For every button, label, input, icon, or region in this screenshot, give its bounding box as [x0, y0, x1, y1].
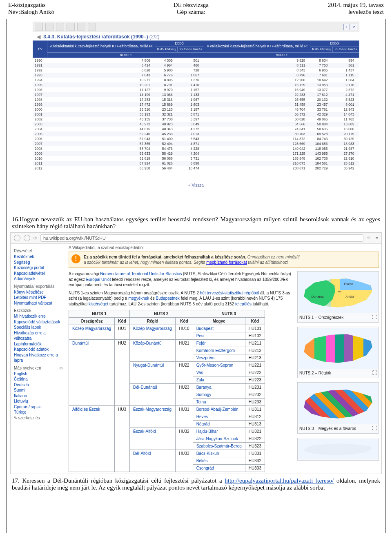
nuts-link[interactable]: Veszprém — [196, 356, 214, 360]
table-row: 199714 19913 0661 13322 28317 8124 471 — [33, 92, 359, 97]
budapest-link[interactable]: Budapestnek — [156, 296, 179, 301]
sidebar-link[interactable]: Lapinformációk — [14, 341, 63, 347]
sidebar-link[interactable]: Suomi — [14, 387, 63, 393]
enlarge-icon[interactable]: ⛶ — [372, 425, 377, 431]
cube-icon[interactable] — [45, 23, 53, 31]
nuts-link[interactable]: Dél-Alföld — [133, 451, 151, 456]
reload-icon[interactable]: ⟳ — [33, 236, 37, 241]
sidebar-link[interactable]: Letöltés mint PDF — [14, 295, 63, 301]
cell-value: 21 987 — [333, 146, 359, 151]
nuts-link[interactable]: Békés — [196, 459, 208, 463]
nuts-link[interactable]: Somogy — [196, 392, 212, 397]
cell-year: 1991 — [33, 63, 47, 68]
nuts-link[interactable]: Csongrád — [196, 466, 214, 470]
nuts-link[interactable]: Győr-Moson-Sopron — [196, 363, 234, 367]
nuts-link[interactable]: Budapest — [196, 326, 214, 331]
nuts-link[interactable]: Jász-Nagykun-Szolnok — [196, 436, 238, 441]
table-row: 199917 47215 8691 60331 45823 4578 001 — [33, 102, 359, 107]
nuts-table: NUTS 1 NUTS 2 NUTS 3 Országrész Kód Régi… — [69, 310, 265, 472]
sidebar-link[interactable]: Speciális lapok — [14, 325, 63, 330]
sidebar-link[interactable]: Közösségi portál — [14, 265, 63, 271]
sidebar-link[interactable]: Čeština — [14, 376, 63, 382]
page-1[interactable]: 1 — [343, 24, 350, 30]
cell-value: 27 270 — [333, 151, 359, 156]
nuts-link[interactable]: Közép-Magyarország — [72, 326, 111, 331]
sidebar-link[interactable]: Српски / srpski — [14, 404, 63, 410]
sidebar-link[interactable]: Hivatkozás erre a változatra — [14, 330, 63, 341]
cell-value: 4 471 — [333, 92, 359, 97]
info-icon[interactable] — [35, 23, 43, 31]
nuts-link[interactable]: Közép-Magyarország — [133, 326, 172, 331]
sidebar-link[interactable]: Hogyan hivatkozz erre a lapra — [14, 352, 63, 363]
sidebar-link[interactable]: Türkçe — [14, 410, 63, 415]
table-cell: Hajdú-Bihar — [193, 428, 245, 435]
cell-value: 74 641 — [204, 127, 310, 131]
gear-icon[interactable]: ⚙ — [59, 366, 63, 370]
table-icon[interactable] — [67, 23, 75, 31]
sidebar-link[interactable]: Segítség — [14, 260, 63, 265]
sidebar-link[interactable]: Kapcsolatfelvétel — [14, 271, 63, 276]
enlarge-icon[interactable]: ⛶ — [372, 314, 377, 320]
nuts-link[interactable]: Közép-Dunántúl — [133, 341, 163, 345]
cell-value: 25 310 — [47, 107, 155, 112]
enlarge-icon[interactable]: ⛶ — [372, 370, 377, 376]
reliable-sources-link[interactable]: megbízható forrásokat — [206, 260, 247, 265]
nuts-link[interactable]: Alföld és Észak — [72, 407, 100, 412]
nuts-link[interactable]: Vas — [196, 370, 203, 375]
sidebar-link[interactable]: Kezdőknek — [14, 254, 63, 260]
back-icon[interactable] — [14, 235, 20, 241]
sidebar-link[interactable]: Lietuvių — [14, 399, 63, 404]
seven-regions-link[interactable]: hét tervezési-statisztikai régióból — [200, 291, 259, 295]
nuts-link[interactable]: Komárom-Esztergom — [196, 348, 235, 353]
back-link[interactable]: « Vissza — [33, 183, 359, 187]
cell-value: 118 055 — [310, 146, 333, 151]
sidebar-edit-link[interactable]: ✎ szerkesztés — [14, 415, 63, 421]
nuts-link[interactable]: Tolna — [196, 400, 206, 404]
page-2[interactable]: 2 — [351, 24, 357, 30]
cell-value: 58 704 — [47, 146, 155, 151]
prev-arrow-icon[interactable]: ◀ — [37, 34, 40, 40]
nuts-link[interactable]: Baranya — [196, 385, 212, 390]
sidebar-link[interactable]: Deutsch — [14, 382, 63, 388]
nuts-link[interactable]: Zala — [196, 378, 204, 382]
cell-value: 1 564 — [333, 78, 359, 82]
nuts-link[interactable]: Borsod-Abaúj-Zemplén — [196, 407, 238, 412]
bookmark-star-icon[interactable]: ☆ — [367, 235, 372, 241]
nuts-link[interactable]: Fejér — [196, 341, 206, 345]
nuts-link[interactable]: Hajdú-Bihar — [196, 429, 218, 434]
nuts-link[interactable]: Heves — [196, 414, 208, 419]
sidebar-link[interactable]: Adományok — [14, 276, 63, 282]
telepules-link[interactable]: település — [235, 302, 252, 306]
counties-link[interactable]: megyéknek — [128, 296, 149, 301]
nuts-link[interactable]: Dunántúl — [72, 341, 89, 345]
nuts-link[interactable]: Bács-Kiskun — [196, 451, 219, 456]
sidebar-link[interactable]: Nyomtatható változat — [14, 301, 63, 306]
nuts-link[interactable]: Észak-Magyarország — [133, 407, 172, 412]
palyazat-link[interactable]: http://eupalyazatiportal.hu/palyazati_ke… — [225, 477, 334, 484]
nuts-link[interactable]: Észak-Alföld — [133, 429, 156, 434]
nuts-link[interactable]: Nyugat-Dunántúl — [133, 363, 164, 367]
print-icon[interactable] — [88, 23, 96, 31]
kisterseg-link[interactable]: kistérséget — [89, 302, 108, 306]
sidebar-link[interactable]: Mi hivatkozik erre — [14, 314, 63, 319]
cell-year: 2002 — [33, 117, 47, 122]
eu-link[interactable]: Európai Uniót — [86, 277, 111, 282]
forward-icon[interactable] — [24, 235, 30, 241]
sidebar-link[interactable]: Kapcsolódó változtatások — [14, 319, 63, 325]
table-cell: HU212 — [245, 347, 265, 354]
sidebar-link[interactable]: Italiano — [14, 393, 63, 399]
nuts-link[interactable]: Szabolcs-Szatmár-Bereg — [196, 444, 242, 448]
copy-icon[interactable] — [56, 23, 64, 31]
address-bar[interactable]: hu.wikipedia.org/wiki/NUTS:HU — [40, 234, 363, 242]
sidebar-link[interactable]: English — [14, 371, 63, 377]
cell-year: 2000 — [33, 107, 47, 112]
header-machine: Gép száma: — [174, 9, 209, 16]
nuts-link[interactable]: Dél-Dunántúl — [133, 385, 157, 390]
nuts-link[interactable]: Nógrád — [196, 422, 210, 426]
sidebar-link[interactable]: Kapcsolódó adatok — [14, 347, 63, 352]
nuts-link[interactable]: Nomenclature of Territorial Units for St… — [100, 272, 182, 276]
sidebar-link[interactable]: Könyv készítése — [14, 289, 63, 295]
menu-icon[interactable]: ≡ — [376, 236, 378, 240]
excel-icon[interactable] — [77, 23, 85, 31]
nuts-link[interactable]: Pest — [196, 334, 205, 338]
